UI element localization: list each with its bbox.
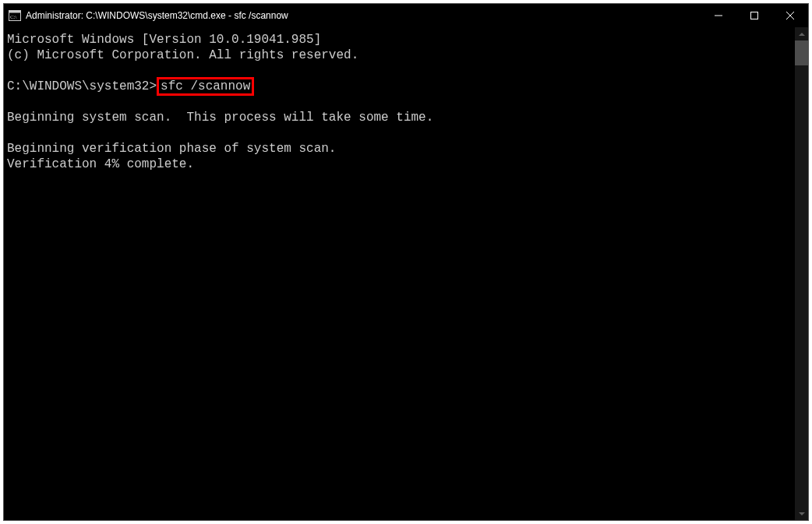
cmd-window: C:\ Administrator: C:\WINDOWS\system32\c…	[3, 3, 809, 521]
window-title: Administrator: C:\WINDOWS\system32\cmd.e…	[26, 10, 288, 21]
svg-marker-8	[799, 512, 805, 515]
svg-marker-7	[799, 33, 805, 36]
minimize-button[interactable]	[701, 4, 736, 27]
prompt: C:\WINDOWS\system32>	[7, 79, 157, 93]
svg-text:C:\: C:\	[10, 14, 17, 20]
output-line: Verification 4% complete.	[7, 157, 194, 171]
scroll-thumb[interactable]	[795, 40, 808, 65]
output-line: Microsoft Windows [Version 10.0.19041.98…	[7, 33, 321, 47]
scroll-up-arrow-icon[interactable]	[795, 27, 808, 40]
terminal-output[interactable]: Microsoft Windows [Version 10.0.19041.98…	[4, 27, 795, 520]
terminal-body: Microsoft Windows [Version 10.0.19041.98…	[4, 27, 808, 520]
highlighted-command: sfc /scannow	[157, 77, 254, 96]
output-line: (c) Microsoft Corporation. All rights re…	[7, 48, 358, 62]
svg-rect-4	[751, 12, 758, 19]
output-line: Beginning system scan. This process will…	[7, 111, 433, 125]
maximize-button[interactable]	[736, 4, 772, 27]
svg-rect-1	[9, 11, 21, 13]
window-controls	[701, 4, 808, 27]
vertical-scrollbar[interactable]	[795, 27, 808, 520]
cmd-icon: C:\	[9, 9, 21, 22]
close-button[interactable]	[772, 4, 808, 27]
output-line: Beginning verification phase of system s…	[7, 142, 336, 156]
titlebar[interactable]: C:\ Administrator: C:\WINDOWS\system32\c…	[4, 4, 808, 27]
scroll-track[interactable]	[795, 40, 808, 507]
scroll-down-arrow-icon[interactable]	[795, 507, 808, 520]
